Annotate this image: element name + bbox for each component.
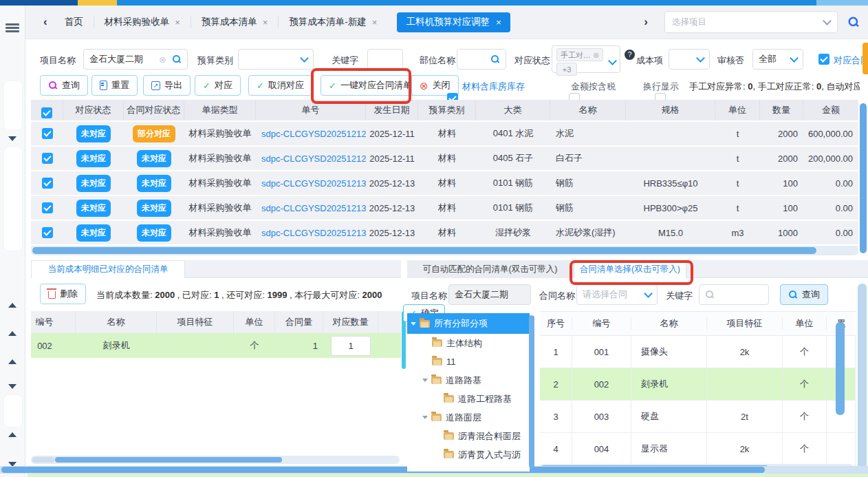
tabs-scroll-left-icon[interactable]: ‹ [36,15,54,29]
table-row[interactable]: 未对应未对应材料采购验收单sdpc-CLCGYSD202512130(2025-… [31,196,858,220]
part-name-input[interactable] [457,49,506,70]
tabs-scroll-right-icon[interactable]: › [637,15,655,29]
column-header[interactable]: 金额 [803,100,858,120]
tab-budget-cost-list[interactable]: 预算成本清单× [191,12,279,32]
close-tab-icon[interactable]: × [372,17,378,28]
sidebar-arrow-up-icon[interactable] [8,331,17,336]
doc-no-link[interactable]: sdpc-CLCGYSD202512130( [261,228,366,238]
clear-icon[interactable]: ⊗ [159,54,166,65]
mapping-status-multiselect[interactable]: 手工对…⊗ +3 [552,45,620,73]
doc-no-link[interactable]: sdpc-CLCGYSD202512120( [261,153,366,164]
column-header[interactable]: 编号 [572,317,631,330]
caret-down-icon[interactable] [422,416,428,419]
column-header[interactable]: 名称 [550,100,626,120]
doc-no-link[interactable]: sdpc-CLCGYSD202512130( [261,203,366,213]
row-checkbox[interactable] [42,128,53,139]
column-header[interactable]: 名称 [631,317,707,330]
table-row[interactable]: 未对应未对应材料采购验收单sdpc-CLCGYSD202512130(2025-… [31,221,858,244]
column-header[interactable]: 项目特征 [707,317,783,330]
cancel-map-button[interactable]: ✓取消对应 [248,75,312,96]
tree-item[interactable]: 11 [407,352,530,371]
table-row[interactable]: 未对应部分对应材料采购验收单sdpc-CLCGYSD202512120(2025… [31,122,858,145]
left-panel-hscrollbar-thumb[interactable] [55,457,282,463]
rp-keyword-input[interactable] [699,284,769,305]
help-icon[interactable] [625,50,635,60]
tree-item[interactable]: 道路路基 [407,371,530,390]
project-select[interactable]: 选择项目 [664,11,838,33]
tree-item[interactable]: 沥青贯入式与沥 [407,445,530,464]
side-flag[interactable] [862,43,868,74]
delete-button[interactable]: 删除 [40,284,86,304]
contract-filter-checkbox[interactable] [818,54,829,65]
column-header[interactable]: 项目特征 [157,311,234,333]
column-header[interactable]: 发生日期 [366,100,418,120]
column-header[interactable]: 单据类型 [184,100,256,120]
budget-type-select[interactable] [238,49,314,70]
close-tab-icon[interactable]: × [263,17,268,28]
main-table-hscrollbar-thumb[interactable] [32,247,816,254]
row-checkbox[interactable] [42,153,53,164]
map-button[interactable]: ✓对应 [195,75,241,96]
tree-item[interactable]: 所有分部分项 [407,313,530,334]
tab-home[interactable]: 首页 [54,12,94,32]
row-checkbox[interactable] [42,178,53,189]
column-header[interactable]: 对应状态 [63,100,124,120]
doc-no-link[interactable]: sdpc-CLCGYSD202512120( [261,129,366,139]
row-checkbox[interactable] [42,227,53,238]
tree-vscrollbar-thumb[interactable] [529,315,534,468]
row-checkbox[interactable] [42,202,53,213]
sidebar-arrow-down-icon[interactable] [8,136,17,141]
column-header[interactable]: 单号 [256,100,366,120]
mapped-qty-input[interactable]: 1 [331,336,371,356]
search-icon[interactable] [490,54,500,64]
column-header[interactable]: 对应数量 [323,311,378,333]
close-tab-icon[interactable]: × [496,17,501,28]
tree-item[interactable]: 沥青混合料面层 [407,427,530,445]
column-header[interactable]: 分部分项 [378,311,401,333]
contract-row[interactable]: 4004显示器2k个 [540,433,856,465]
search-icon[interactable] [847,16,860,28]
tab-adjust-mapping-active[interactable]: 工料机预算对应调整× [397,12,510,32]
column-header[interactable]: 单位 [783,317,827,330]
column-header[interactable]: 编号 [31,311,76,333]
table-row[interactable]: 未对应未对应材料采购验收单sdpc-CLCGYSD202512130(2025-… [31,171,858,195]
column-header[interactable]: 序号 [540,317,572,330]
contract-row[interactable]: 1001摄像头2k个 [540,336,856,368]
contract-row[interactable]: 3003硬盘2t个 [540,401,856,433]
close-tab-icon[interactable]: × [175,17,180,28]
column-header[interactable]: 数量 [760,100,803,120]
auto-match-tab[interactable]: 可自动匹配的合同清单(双击可带入) [407,260,574,278]
sidebar-arrow-up-icon[interactable] [8,432,17,437]
tree-item[interactable]: 道路面层 [407,408,530,427]
collapse-menu-icon[interactable] [6,23,19,32]
tree-item[interactable]: 道路工程路基 [407,390,530,408]
contract-table-vscrollbar-thumb[interactable] [836,322,845,415]
main-table-vscrollbar-thumb[interactable] [860,103,867,253]
sidebar-arrow-down-icon[interactable] [8,384,17,389]
rp-project-input[interactable]: 金石大厦二期 [448,284,531,305]
right-panel-vscrollbar-thumb[interactable] [858,284,867,475]
column-header[interactable]: 大类 [476,100,550,120]
column-header[interactable]: 规格 [626,100,715,120]
sidebar-arrow-up-icon[interactable] [8,303,17,308]
keyword-input[interactable] [367,49,403,70]
project-name-input[interactable]: 金石大厦二期 ⊗ [83,49,188,70]
mapped-contract-row[interactable]: 002 刻录机 个 1 1 [31,333,401,358]
remove-tag-icon[interactable]: ⊗ [593,50,599,61]
contract-list-select-tab[interactable]: 合同清单选择(双击可带入) [574,260,686,278]
column-header[interactable]: 预算类别 [418,100,476,120]
rp-contract-select[interactable]: 请选择合同 [576,284,658,305]
column-header[interactable]: 合同对应状态 [124,100,184,120]
contract-row[interactable]: 2002刻录机个 [540,368,856,401]
cost-item-select[interactable] [669,49,710,70]
column-header[interactable]: 合同量 [275,311,323,333]
caret-down-icon[interactable] [411,322,416,326]
search-icon[interactable] [172,54,182,64]
one-key-map-button[interactable]: ✓一键对应合同清单 [321,75,420,96]
sidebar-arrow-up-icon[interactable] [8,359,17,364]
query-button[interactable]: 查询 [40,75,88,96]
reset-button[interactable]: 重置 [91,75,138,96]
tab-budget-cost-new[interactable]: 预算成本清单-新建× [279,12,387,32]
table-row[interactable]: 未对应未对应材料采购验收单sdpc-CLCGYSD202512120(2025-… [31,147,858,170]
audit-select[interactable]: 全部 [752,49,803,70]
